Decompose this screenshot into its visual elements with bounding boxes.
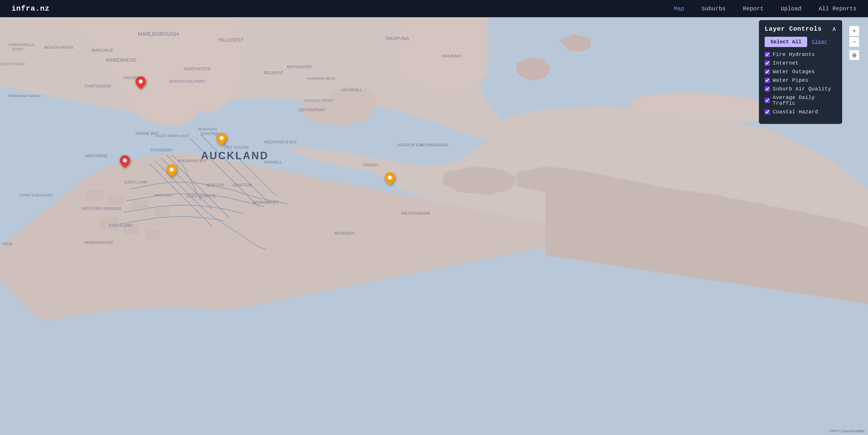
pin-red-2[interactable] [120, 155, 130, 169]
layer-label-water-outages: Water Outages [773, 69, 815, 74]
layer-item-internet[interactable]: Internet [765, 60, 836, 66]
zoom-in-button[interactable]: + [849, 26, 859, 36]
svg-text:KINGSLAND: KINGSLAND [109, 223, 132, 227]
svg-text:WYNYARD: WYNYARD [198, 127, 217, 131]
layer-item-average-daily-traffic[interactable]: Average Daily Traffic [765, 95, 836, 106]
svg-text:MORNINGSIDE: MORNINGSIDE [85, 240, 113, 245]
svg-text:WESTMERE: WESTMERE [85, 154, 108, 158]
nav-link-report[interactable]: Report [743, 5, 764, 12]
compass-button[interactable]: ⊕ [849, 50, 859, 60]
svg-text:POINT: POINT [12, 47, 24, 51]
svg-text:GREY LYNN: GREY LYNN [125, 180, 148, 185]
map-attribution: CARTO | OpenStreetMap [829, 429, 865, 433]
nav-link-all-reports[interactable]: All Reports [818, 5, 857, 12]
nav-item-upload[interactable]: Upload [781, 5, 801, 12]
svg-text:BIRKENHEAD: BIRKENHEAD [106, 58, 136, 63]
layer-label-water-pipes: Water Pipes [773, 77, 808, 83]
nav-item-map[interactable]: Map [674, 5, 684, 12]
svg-text:BAYSWATER: BAYSWATER [287, 65, 311, 69]
map-container[interactable]: MARLBOROUGH HILLCREST HOBSONVILLE POINT … [0, 17, 868, 435]
pin-orange-1[interactable] [216, 133, 227, 147]
svg-text:PONSONBY: PONSONBY [150, 148, 174, 152]
svg-text:MARLBOROUGH: MARLBOROUGH [138, 31, 179, 37]
svg-text:Waitemata Harbour: Waitemata Harbour [9, 94, 41, 98]
pin-orange-3[interactable] [384, 173, 395, 187]
zoom-out-button[interactable]: − [849, 37, 859, 47]
svg-text:ARCH HILL: ARCH HILL [154, 193, 173, 197]
svg-text:EDEN TERRACE: EDEN TERRACE [187, 194, 216, 198]
layer-label-fire-hydrants: Fire Hydrants [773, 52, 815, 57]
clear-button[interactable]: Clear [812, 39, 827, 45]
svg-text:GRAFTON: GRAFTON [232, 183, 252, 187]
layer-panel-actions: Select All Clear [765, 37, 836, 47]
svg-text:SAINT MARYS BAY: SAINT MARYS BAY [156, 134, 189, 138]
svg-text:VIEW: VIEW [2, 242, 13, 246]
layer-items-list: Fire HydrantsInternetWater OutagesWater … [765, 52, 836, 115]
layer-checkbox-suburb-air-quality[interactable] [765, 86, 770, 92]
svg-text:QUARTER: QUARTER [200, 131, 218, 136]
svg-text:BIRKDALE: BIRKDALE [92, 48, 113, 53]
nav-link-map[interactable]: Map [674, 5, 684, 12]
nav-link-upload[interactable]: Upload [781, 5, 801, 12]
svg-text:CITY CENTRE: CITY CENTRE [224, 145, 249, 150]
layer-checkbox-fire-hydrants[interactable] [765, 52, 770, 57]
svg-rect-1 [86, 189, 103, 201]
svg-rect-7 [146, 229, 161, 240]
pin-orange-2[interactable] [166, 164, 177, 179]
svg-text:CHATSWOOD: CHATSWOOD [85, 84, 111, 88]
svg-text:NORTHCOTE POINT: NORTHCOTE POINT [169, 79, 205, 84]
svg-point-57 [123, 158, 127, 162]
svg-text:POINT CHEVALIER: POINT CHEVALIER [20, 193, 53, 197]
layer-checkbox-water-pipes[interactable] [765, 78, 770, 83]
svg-text:MISSION BAY: MISSION BAY [398, 143, 424, 147]
layer-label-coastal-hazard: Coastal Hazard [773, 109, 818, 115]
svg-text:HERNE BAY: HERNE BAY [135, 131, 159, 136]
select-all-button[interactable]: Select All [765, 37, 807, 47]
svg-text:NEWTON: NEWTON [206, 183, 224, 187]
layer-label-internet: Internet [773, 60, 799, 66]
svg-point-60 [388, 176, 392, 180]
layer-item-water-pipes[interactable]: Water Pipes [765, 77, 836, 83]
nav-link-suburbs[interactable]: Suburbs [702, 5, 725, 12]
layer-label-average-daily-traffic: Average Daily Traffic [773, 95, 836, 106]
site-logo[interactable]: infra.nz [11, 4, 50, 13]
svg-text:NORTHCOTE: NORTHCOTE [184, 66, 211, 71]
svg-text:ŌRĀKEI: ŌRĀKEI [363, 163, 379, 167]
layer-panel-title: Layer Controls [765, 26, 822, 33]
svg-text:DEVONPORT: DEVONPORT [299, 107, 326, 112]
svg-text:SCOTT POINT: SCOTT POINT [0, 62, 25, 66]
svg-text:TAKAPUNA: TAKAPUNA [384, 36, 409, 41]
layer-label-suburb-air-quality: Suburb Air Quality [773, 86, 831, 92]
layer-panel-collapse-button[interactable]: ∧ [832, 25, 836, 33]
svg-text:WESTERN SPRINGS: WESTERN SPRINGS [82, 206, 121, 211]
svg-point-59 [169, 167, 174, 172]
layer-checkbox-internet[interactable] [765, 61, 770, 66]
nav-item-all-reports[interactable]: All Reports [818, 5, 857, 12]
svg-text:MEADOWBANK: MEADOWBANK [401, 211, 431, 216]
svg-rect-3 [132, 201, 148, 212]
svg-text:HAURAKI: HAURAKI [442, 53, 461, 58]
pin-red-1[interactable] [135, 76, 146, 90]
svg-point-56 [138, 80, 143, 84]
svg-text:KOHIMARAMA: KOHIMARAMA [421, 143, 448, 147]
layer-controls-panel: Layer Controls ∧ Select All Clear Fire H… [759, 20, 842, 124]
layer-checkbox-average-daily-traffic[interactable] [765, 98, 770, 103]
svg-point-58 [220, 136, 224, 140]
svg-text:NARROW NECK: NARROW NECK [307, 76, 336, 81]
svg-text:MECHANICS BAY: MECHANICS BAY [264, 140, 298, 144]
svg-text:AUCKLAND: AUCKLAND [201, 150, 269, 161]
svg-text:VAUXHALL: VAUXHALL [342, 88, 362, 92]
layer-item-fire-hydrants[interactable]: Fire Hydrants [765, 52, 836, 57]
layer-item-water-outages[interactable]: Water Outages [765, 69, 836, 74]
layer-checkbox-coastal-hazard[interactable] [765, 109, 770, 115]
layer-checkbox-water-outages[interactable] [765, 69, 770, 74]
svg-text:HOBSONVILLE: HOBSONVILLE [9, 42, 35, 47]
svg-text:NEWMARKET: NEWMARKET [253, 200, 279, 205]
svg-rect-4 [155, 207, 169, 217]
layer-item-coastal-hazard[interactable]: Coastal Hazard [765, 109, 836, 115]
nav-item-suburbs[interactable]: Suburbs [702, 5, 725, 12]
layer-item-suburb-air-quality[interactable]: Suburb Air Quality [765, 86, 836, 92]
svg-text:STANLEY POINT: STANLEY POINT [304, 98, 333, 103]
nav-item-report[interactable]: Report [743, 5, 764, 12]
navbar: infra.nz Map Suburbs Report Upload All R… [0, 0, 868, 17]
